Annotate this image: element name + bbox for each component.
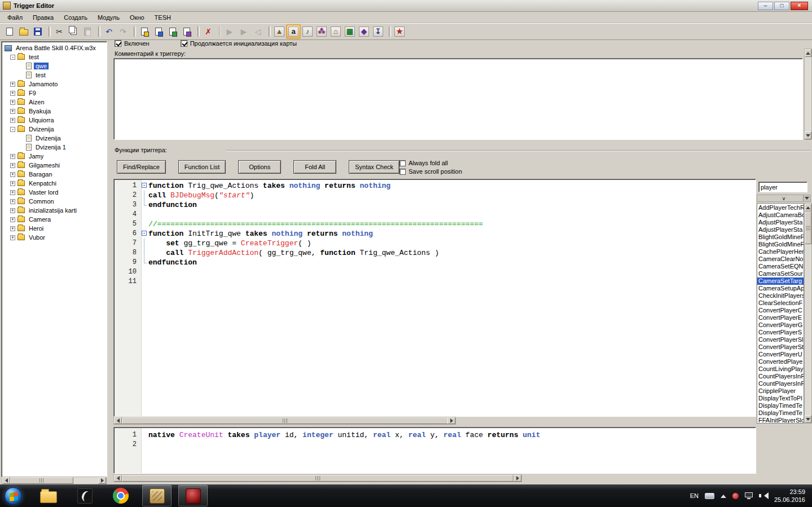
- code-line[interactable]: 9 endfunction: [114, 258, 756, 267]
- tree-item[interactable]: + Byakuja: [3, 107, 107, 116]
- tree-expander[interactable]: +: [10, 82, 15, 87]
- menu-item[interactable]: Создать: [59, 13, 93, 22]
- checkbox[interactable]: [115, 40, 121, 47]
- minimize-button[interactable]: –: [758, 2, 773, 10]
- function-list-item[interactable]: ConvertPlayerG: [757, 321, 804, 329]
- code-editor[interactable]: 1 - function Trig_qwe_Actions takes noth…: [113, 179, 756, 417]
- scroll-down-button[interactable]: [805, 415, 811, 423]
- function-list-item[interactable]: ConvertPlayerU: [757, 351, 804, 358]
- tree-expander[interactable]: +: [10, 208, 15, 213]
- new-file-button[interactable]: [3, 25, 16, 38]
- code-line[interactable]: 4: [114, 210, 756, 219]
- object-manager-button[interactable]: ◆: [357, 25, 371, 38]
- campaign-editor-button[interactable]: ⌂: [329, 25, 343, 38]
- fold-marker[interactable]: [141, 258, 148, 267]
- code-line[interactable]: 1 - function Trig_qwe_Actions takes noth…: [114, 181, 756, 191]
- trigger-comment-input[interactable]: [113, 58, 803, 140]
- function-list-vscrollbar[interactable]: [804, 203, 812, 424]
- scroll-left-button[interactable]: [2, 477, 10, 484]
- dropdown-arrow-button[interactable]: [803, 195, 810, 201]
- undo-button[interactable]: ↶: [102, 25, 116, 38]
- code-line[interactable]: 5 //====================================…: [114, 219, 756, 229]
- mute-sound-button[interactable]: ◁: [251, 25, 265, 38]
- dark-app-taskbar-button[interactable]: [70, 485, 99, 506]
- scrollbar-thumb[interactable]: [10, 477, 73, 484]
- tree-item[interactable]: Dvizenija: [3, 134, 107, 143]
- fold-marker[interactable]: [141, 267, 148, 277]
- fold-marker[interactable]: -: [141, 229, 148, 239]
- tree-item[interactable]: + Gilgameshi: [3, 161, 107, 170]
- menu-item[interactable]: Окно: [125, 13, 150, 22]
- checkbox[interactable]: [400, 160, 406, 166]
- terrain-editor-button[interactable]: ▲: [273, 25, 286, 38]
- function-list-item[interactable]: CameraClearNoi: [757, 255, 804, 263]
- always-fold-all-checkbox[interactable]: Always fold all: [400, 160, 462, 166]
- function-list-item[interactable]: CountPlayersInF: [757, 373, 804, 380]
- function-sort-dropdown[interactable]: v: [757, 195, 811, 202]
- function-list-item[interactable]: CameraSetEQN: [757, 263, 804, 270]
- tree-item[interactable]: + Jamy: [3, 152, 107, 161]
- scroll-right-button[interactable]: [447, 417, 455, 424]
- delete-button[interactable]: ✗: [201, 25, 215, 38]
- tree-item[interactable]: + Camera: [3, 215, 107, 224]
- tree-item[interactable]: + Common: [3, 197, 107, 206]
- scroll-left-button[interactable]: [114, 417, 122, 424]
- tree-expander[interactable]: +: [10, 91, 15, 96]
- cut-button[interactable]: ✂: [52, 25, 66, 38]
- function-list-item[interactable]: AdjustCameraBo: [757, 211, 804, 219]
- function-list-button[interactable]: Function List: [178, 160, 226, 174]
- tree-expander[interactable]: +: [10, 172, 15, 177]
- fold-marker[interactable]: [141, 219, 148, 229]
- chrome-taskbar-button[interactable]: [106, 485, 135, 506]
- fold-marker[interactable]: [141, 191, 148, 200]
- close-button[interactable]: ×: [791, 2, 808, 10]
- run-on-map-init-checkbox[interactable]: Продолжается инициализация карты: [181, 40, 297, 47]
- tree-expander[interactable]: -: [10, 55, 15, 60]
- keyboard-layout-icon[interactable]: [705, 493, 714, 499]
- sound-editor-button[interactable]: ♪: [301, 25, 314, 38]
- tree-expander[interactable]: +: [10, 199, 15, 204]
- scrollbar-thumb[interactable]: [122, 475, 513, 482]
- tree-expander[interactable]: +: [10, 217, 15, 222]
- save-scroll-position-checkbox[interactable]: Save scroll position: [400, 168, 462, 175]
- scrollbar-thumb[interactable]: [122, 417, 448, 424]
- function-list-item[interactable]: ConvertPlayerC: [757, 307, 804, 314]
- import-manager-button[interactable]: ↧: [371, 25, 385, 38]
- start-button[interactable]: [0, 484, 26, 507]
- run-script-button[interactable]: ▶: [223, 25, 236, 38]
- fold-marker[interactable]: [141, 210, 148, 219]
- code-line[interactable]: 1 native CreateUnit takes player id, int…: [114, 430, 756, 440]
- code-line[interactable]: 6 - function InitTrig_qwe takes nothing …: [114, 229, 756, 239]
- redo-button[interactable]: ↷: [116, 25, 130, 38]
- function-list-item[interactable]: CameraSetSour: [757, 270, 804, 277]
- function-list-item[interactable]: DisplayTimedTe: [757, 402, 804, 409]
- find-replace-button[interactable]: Find/Replace: [117, 160, 166, 174]
- native-declaration-editor[interactable]: 1 native CreateUnit takes player id, int…: [113, 427, 756, 474]
- fold-marker[interactable]: [141, 239, 148, 248]
- options-button[interactable]: Options: [238, 160, 281, 174]
- paste-button[interactable]: [81, 25, 94, 38]
- scroll-right-button[interactable]: [98, 477, 106, 484]
- function-list-item[interactable]: CameraSetupAp: [757, 285, 804, 292]
- fold-marker[interactable]: [141, 248, 148, 258]
- code-line[interactable]: 8 call TriggerAddAction( gg_trg_qwe, fun…: [114, 248, 756, 258]
- syntax-check-button[interactable]: Syntax Check: [349, 160, 400, 174]
- function-list-item[interactable]: FFAInitPlayerSlo: [757, 417, 804, 424]
- function-list-item[interactable]: AddPlayerTechR: [757, 204, 804, 211]
- scroll-left-button[interactable]: [114, 475, 122, 482]
- tree-expander[interactable]: +: [10, 190, 15, 195]
- comment-vscrollbar[interactable]: [804, 49, 812, 140]
- function-list-item[interactable]: CheckInitPlayers: [757, 292, 804, 299]
- show-hidden-icons-button[interactable]: [721, 492, 726, 498]
- fold-marker[interactable]: -: [141, 181, 148, 191]
- tree-expander[interactable]: +: [10, 118, 15, 123]
- tree-item[interactable]: + Kenpatchi: [3, 179, 107, 188]
- step-button[interactable]: ▶: [237, 25, 251, 38]
- menu-item[interactable]: TESH: [150, 13, 176, 22]
- save-map-button[interactable]: [31, 25, 45, 38]
- new-trigger-button[interactable]: [152, 25, 165, 38]
- tree-expander[interactable]: +: [10, 181, 15, 186]
- function-list-item[interactable]: ConvertPlayerSt: [757, 343, 804, 351]
- tree-expander[interactable]: +: [10, 109, 15, 114]
- tree-expander[interactable]: +: [10, 100, 15, 105]
